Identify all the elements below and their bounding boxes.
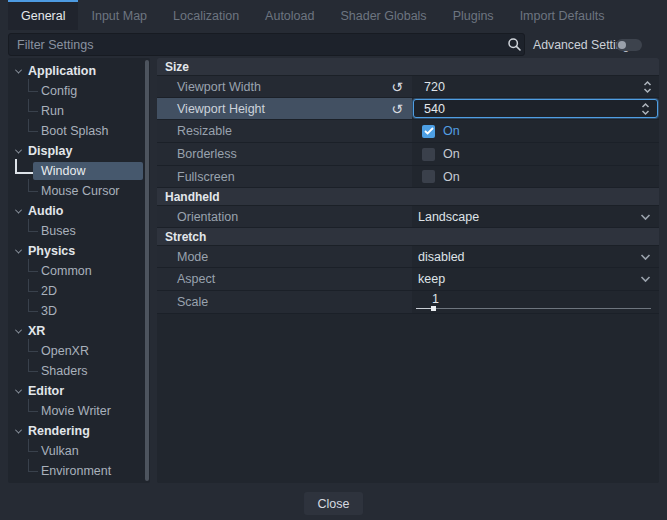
tab-bar: General Input Map Localization Autoload … [0,0,667,30]
property-label: Aspect [177,272,215,286]
borderless-label-cell: Borderless [157,143,412,165]
close-button[interactable]: Close [304,492,364,515]
property-row-aspect: Aspect keep [157,268,659,291]
caret-down-icon [15,206,22,213]
tab-import-defaults[interactable]: Import Defaults [507,0,618,30]
sidebar-item-mouse-cursor[interactable]: Mouse Cursor [8,181,150,201]
sidebar-item-editor[interactable]: Editor [8,381,150,401]
sidebar-item-common[interactable]: Common [8,261,150,281]
caret-down-icon [15,326,22,333]
chevron-down-icon [640,213,651,220]
property-row-borderless: Borderless On [157,143,659,166]
viewport-height-cell: 540 [412,98,659,119]
sidebar-item-label: Rendering [28,424,90,438]
caret-down-icon [15,426,22,433]
orientation-dropdown[interactable]: Landscape [412,206,659,227]
fullscreen-label-cell: Fullscreen [157,166,412,187]
tab-general[interactable]: General [8,0,78,30]
sidebar-item-label: OpenXR [41,344,89,358]
sidebar-item-2d[interactable]: 2D [8,281,150,301]
sidebar-item-movie-writer[interactable]: Movie Writer [8,401,150,421]
property-row-viewport-height: Viewport Height ↺ 540 [157,98,659,120]
fullscreen-value-cell: On [412,166,659,187]
resizable-value-cell: On [412,120,659,142]
sidebar-item-physics[interactable]: Physics [8,241,150,261]
property-row-orientation: Orientation Landscape [157,206,659,228]
sidebar-item-label: Movie Writer [41,404,111,418]
slider-grabber-icon[interactable] [431,306,436,311]
property-label: Viewport Height [177,102,265,116]
sidebar-scrollbar[interactable] [145,60,149,481]
checkbox-state-label: On [443,124,460,138]
revert-icon[interactable]: ↺ [389,79,405,95]
sidebar-item-openxr[interactable]: OpenXR [8,341,150,361]
mode-value: disabled [418,250,465,264]
viewport-height-spinbox[interactable]: 540 [413,99,658,118]
sidebar-item-environment[interactable]: Environment [8,461,150,481]
sidebar-item-vulkan[interactable]: Vulkan [8,441,150,461]
property-row-viewport-width: Viewport Width ↺ 720 [157,76,659,98]
chevron-down-icon [640,253,651,260]
sidebar-item-label: Physics [28,244,75,258]
caret-down-icon [15,386,22,393]
revert-icon[interactable]: ↺ [389,101,405,117]
settings-inspector: Size Viewport Width ↺ 720 Viewport Heigh… [157,58,659,483]
checkbox-state-label: On [443,147,460,161]
project-settings-dialog: General Input Map Localization Autoload … [0,0,667,520]
scale-label-cell: Scale [157,291,412,313]
scale-slider[interactable]: 1 [412,291,659,313]
checkbox-unchecked-icon[interactable] [422,170,435,183]
mode-label-cell: Mode [157,246,412,267]
sidebar-item-boot-splash[interactable]: Boot Splash [8,121,150,141]
caret-down-icon [15,246,22,253]
property-label: Orientation [177,210,238,224]
property-label: Borderless [177,147,237,161]
tab-shader-globals[interactable]: Shader Globals [327,0,439,30]
sidebar-item-audio[interactable]: Audio [8,201,150,221]
checkbox-checked-icon[interactable] [422,125,435,138]
tab-autoload[interactable]: Autoload [252,0,327,30]
sidebar-item-config[interactable]: Config [8,81,150,101]
mode-dropdown[interactable]: disabled [412,246,659,267]
resizable-label-cell: Resizable [157,120,412,142]
spin-updown-icon[interactable] [641,102,650,115]
sidebar-item-label: XR [28,324,45,338]
property-row-mode: Mode disabled [157,246,659,268]
chevron-down-icon [640,276,651,283]
scale-value: 1 [432,292,439,306]
borderless-value-cell: On [412,143,659,165]
aspect-label-cell: Aspect [157,268,412,290]
tab-plugins[interactable]: Plugins [440,0,507,30]
caret-down-icon [15,146,22,153]
sidebar-item-label: Display [28,144,72,158]
viewport-width-value: 720 [424,80,445,94]
sidebar-item-3d[interactable]: 3D [8,301,150,321]
sidebar-item-label: Editor [28,384,64,398]
section-title: Stretch [165,230,206,244]
sidebar-item-application[interactable]: Application [8,61,150,81]
slider-track[interactable] [416,308,651,309]
advanced-settings-toggle[interactable] [616,39,642,51]
aspect-dropdown[interactable]: keep [412,268,659,290]
sidebar-item-rendering[interactable]: Rendering [8,421,150,441]
sidebar-item-window[interactable]: Window [8,161,150,181]
sidebar-item-buses[interactable]: Buses [8,221,150,241]
sidebar-item-xr[interactable]: XR [8,321,150,341]
tab-localization[interactable]: Localization [160,0,252,30]
checkbox-unchecked-icon[interactable] [422,148,435,161]
property-row-resizable: Resizable On [157,120,659,143]
sidebar-item-shaders[interactable]: Shaders [8,361,150,381]
viewport-width-spinbox[interactable]: 720 [412,76,659,97]
viewport-height-label-cell: Viewport Height ↺ [157,98,412,119]
sidebar-item-display[interactable]: Display [8,141,150,161]
filter-settings-input[interactable] [8,33,525,56]
sidebar-item-run[interactable]: Run [8,101,150,121]
property-label: Mode [177,250,208,264]
tab-input-map[interactable]: Input Map [78,0,160,30]
spin-updown-icon[interactable] [643,80,652,93]
property-row-scale: Scale 1 [157,291,659,314]
sidebar-item-label: Config [41,84,77,98]
property-label: Viewport Width [177,80,261,94]
section-title: Handheld [165,190,220,204]
property-label: Fullscreen [177,170,235,184]
